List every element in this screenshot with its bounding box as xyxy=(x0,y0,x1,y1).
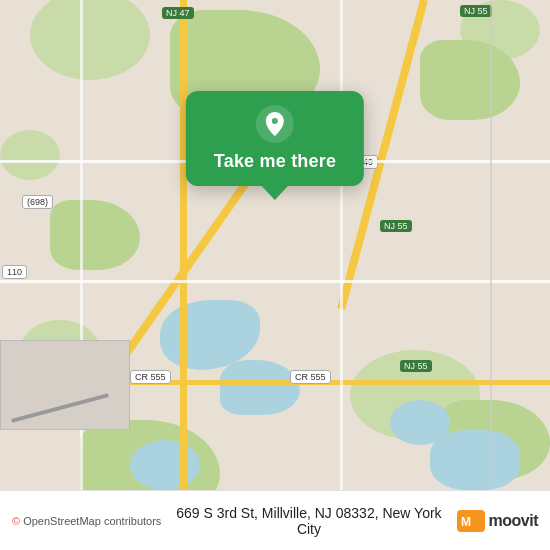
road-label-cr555a: CR 555 xyxy=(130,370,171,384)
road-label-110: 110 xyxy=(2,265,27,279)
road-label-nj55b: NJ 55 xyxy=(380,220,412,232)
popup-label: Take me there xyxy=(214,151,336,172)
svg-text:M: M xyxy=(461,515,471,529)
water-area xyxy=(430,430,520,490)
address-text: 669 S 3rd St, Millville, NJ 08332, New Y… xyxy=(171,505,446,537)
navigation-popup[interactable]: Take me there xyxy=(186,91,364,186)
road-label-cr555b: CR 555 xyxy=(290,370,331,384)
water-area xyxy=(130,440,200,490)
road-label-nj55a: NJ 55 xyxy=(460,5,492,17)
road-label-nj55c: NJ 55 xyxy=(400,360,432,372)
green-area xyxy=(0,130,60,180)
local-road xyxy=(490,0,492,490)
map-container: NJ 47 NJ 55 NJ 55 NJ 55 CR 555 CR 555 (6… xyxy=(0,0,550,490)
moovit-brand-text: moovit xyxy=(489,512,538,530)
road-label-nj47: NJ 47 xyxy=(162,7,194,19)
moovit-icon: M xyxy=(457,510,485,532)
location-pin-icon xyxy=(256,105,294,143)
road-label-698: (698) xyxy=(22,195,53,209)
road-nj47 xyxy=(180,0,187,490)
bottom-bar: © OpenStreetMap contributors 669 S 3rd S… xyxy=(0,490,550,550)
osm-attribution: © OpenStreetMap contributors xyxy=(12,515,161,527)
local-road xyxy=(340,0,343,490)
moovit-logo: M moovit xyxy=(457,510,538,532)
